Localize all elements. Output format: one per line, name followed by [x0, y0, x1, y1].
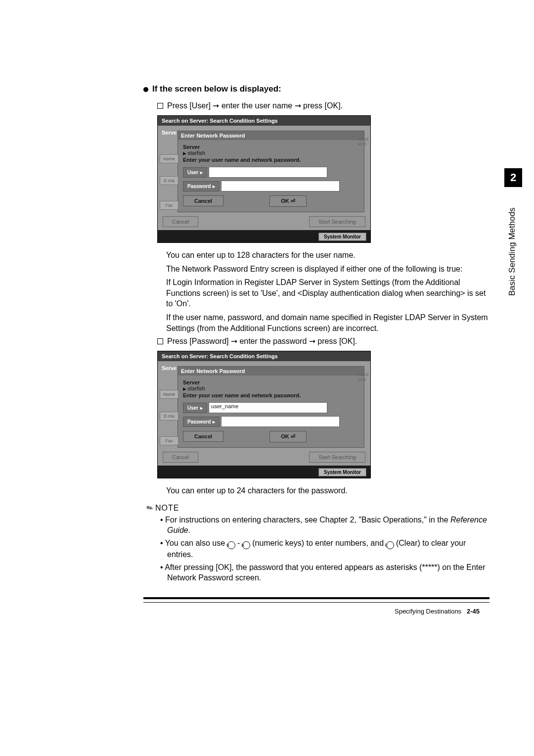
password-field: Password — [183, 416, 359, 427]
section-heading: If the screen below is displayed: — [143, 84, 490, 94]
screenshot-body: Name E-ma Fax Serve Enter Network Passwo… — [158, 361, 370, 448]
side-tab-fax[interactable]: Fax — [160, 436, 178, 445]
page-footer: Specifying Destinations 2-45 — [143, 608, 490, 615]
outer-cancel-button[interactable]: Cancel — [163, 216, 198, 227]
user-input[interactable] — [209, 167, 327, 178]
user-field: User — [183, 167, 359, 178]
serve-prefix: Serve — [162, 365, 177, 371]
para-5: You can enter up to 24 characters for th… — [166, 485, 490, 496]
server-label: Server — [183, 379, 359, 385]
note-item-1: For instructions on entering characters,… — [160, 515, 490, 536]
key-c-icon: C — [386, 541, 394, 549]
screenshot-1: Search on Server: Search Condition Setti… — [157, 115, 371, 243]
key-9-icon: 9 — [242, 541, 250, 549]
heading-text: If the screen below is displayed: — [152, 84, 281, 94]
modal-instruction: Enter your user name and network passwor… — [183, 392, 359, 398]
ok-button[interactable]: OK — [269, 195, 307, 207]
modal-body: Server starfish Enter your user name and… — [178, 376, 364, 447]
footer-title: Specifying Destinations — [395, 608, 461, 615]
checkbox-icon — [157, 103, 163, 109]
para-1: You can enter up to 128 characters for t… — [166, 250, 490, 261]
key-0-icon: 0 — [227, 541, 235, 549]
ok-button[interactable]: OK — [269, 431, 307, 442]
user-button[interactable]: User — [183, 403, 207, 413]
step-2-text: Press [Password] ➞ enter the password ➞ … — [167, 337, 357, 345]
screenshot-title: Search on Server: Search Condition Setti… — [158, 116, 370, 126]
password-modal: Enter Network Password Server starfish E… — [178, 366, 364, 448]
outer-cancel-button[interactable]: Cancel — [163, 452, 198, 463]
screenshot-body: Name E-ma Fax Serve Enter Network Passwo… — [158, 126, 370, 212]
start-searching-button[interactable]: Start Searching — [309, 452, 365, 463]
side-tab-name[interactable]: Name — [160, 390, 178, 399]
password-modal: Enter Network Password Server starfish E… — [178, 131, 364, 212]
system-monitor-bar: System Monitor — [158, 230, 370, 242]
chapter-number: 2 — [504, 168, 522, 187]
page-content: If the screen below is displayed: Press … — [0, 0, 534, 615]
note-2a: You can also use — [165, 539, 227, 547]
note-block: ✎NOTE For instructions on entering chara… — [146, 503, 490, 583]
modal-buttons: Cancel OK — [183, 431, 359, 442]
note-2c: (numeric keys) to enter numbers, and — [250, 539, 386, 547]
system-monitor-button[interactable]: System Monitor — [318, 233, 366, 241]
chapter-tab: 2 Basic Sending Methods — [504, 168, 522, 304]
password-button[interactable]: Password — [183, 181, 220, 191]
server-name: starfish — [183, 150, 359, 156]
password-input[interactable] — [221, 416, 340, 427]
modal-buttons: Cancel OK — [183, 195, 359, 207]
screenshot-2: Search on Server: Search Condition Setti… — [157, 351, 371, 478]
note-heading-text: NOTE — [155, 504, 179, 512]
checkbox-icon — [157, 338, 163, 344]
modal-instruction: Enter your user name and network passwor… — [183, 157, 359, 163]
para-3: If Login Information in Register LDAP Se… — [166, 277, 490, 309]
start-searching-button[interactable]: Start Searching — [309, 216, 365, 227]
side-tab-email[interactable]: E-ma — [160, 412, 178, 421]
page-number: 2-45 — [467, 608, 480, 615]
modal-body: Server starfish Enter your user name and… — [178, 140, 364, 212]
side-tab-name[interactable]: Name — [160, 154, 178, 163]
user-field: User user_name — [183, 402, 359, 413]
server-name: starfish — [183, 385, 359, 391]
password-input[interactable] — [221, 181, 340, 191]
modal-title: Enter Network Password — [178, 367, 364, 376]
screenshot-footer: Cancel Start Searching — [158, 448, 370, 466]
side-tab-email[interactable]: E-ma — [160, 176, 178, 185]
serve-prefix: Serve — [162, 130, 177, 136]
screenshot-title: Search on Server: Search Condition Setti… — [158, 351, 370, 361]
note-item-3: After pressing [OK], the password that y… — [160, 562, 490, 583]
chapter-title: Basic Sending Methods — [504, 187, 520, 304]
note-item-2: You can also use 0 - 9 (numeric keys) to… — [160, 538, 490, 560]
screenshot-footer: Cancel Start Searching — [158, 212, 370, 230]
user-input[interactable]: user_name — [209, 402, 327, 413]
step-1-text: Press [User] ➞ enter the user name ➞ pre… — [167, 101, 343, 110]
step-2: Press [Password] ➞ enter the password ➞ … — [157, 336, 490, 346]
password-field: Password — [183, 181, 359, 191]
footer-rule — [143, 597, 490, 603]
system-monitor-bar: System Monitor — [158, 466, 370, 478]
modal-title: Enter Network Password — [178, 131, 364, 140]
note-heading: ✎NOTE — [146, 503, 490, 513]
para-4: If the user name, password, and domain n… — [166, 312, 490, 333]
password-button[interactable]: Password — [183, 417, 220, 427]
user-button[interactable]: User — [183, 167, 207, 178]
pencil-icon: ✎ — [144, 502, 155, 514]
side-tab-fax[interactable]: Fax — [160, 201, 178, 210]
note-1a: For instructions on entering characters,… — [165, 516, 450, 524]
step-1: Press [User] ➞ enter the user name ➞ pre… — [157, 101, 490, 110]
server-label: Server — [183, 144, 359, 150]
bullet-icon — [143, 87, 148, 92]
cancel-button[interactable]: Cancel — [183, 431, 223, 442]
para-2: The Network Password Entry screen is dis… — [166, 264, 490, 275]
note-1c: . — [188, 526, 190, 534]
system-monitor-button[interactable]: System Monitor — [318, 468, 366, 476]
cancel-button[interactable]: Cancel — [183, 195, 223, 206]
